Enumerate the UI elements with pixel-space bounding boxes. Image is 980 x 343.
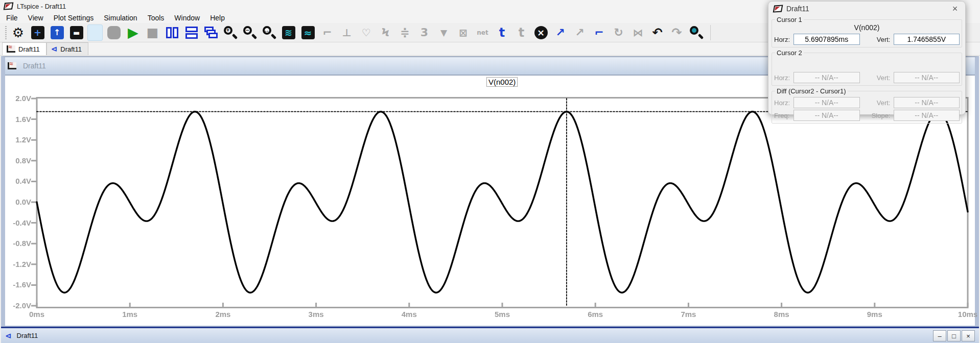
move-icon[interactable]: ↗ (552, 24, 569, 41)
x-axis-tick-label: 9ms (858, 310, 891, 318)
capacitor-icon[interactable]: ≑ (396, 24, 413, 41)
app-title: LTspice - Draft11 (17, 3, 66, 10)
ground-icon[interactable]: ⊥ (338, 24, 355, 41)
waveform-pane-icon[interactable]: ≈ (299, 24, 316, 41)
undo-icon[interactable]: ↶ (649, 24, 666, 41)
menu-item-simulation[interactable]: Simulation (99, 14, 142, 22)
tile-vertical-icon[interactable] (164, 24, 180, 41)
new-schematic-icon[interactable]: + (29, 24, 46, 41)
toolbar-separator (710, 25, 711, 40)
cursor1-vert-label: Vert: (867, 36, 891, 43)
restore-button[interactable]: □ (947, 330, 961, 341)
menu-item-plot-settings[interactable]: Plot Settings (49, 14, 99, 22)
tab-waveform-draft11[interactable]: ≈ Draft11 (2, 42, 46, 55)
cursor-dialog[interactable]: Draft11 × Cursor 1 V(n002) Horz: 5.69078… (768, 1, 966, 115)
ltspice-app: LTspice - Draft11 FileViewPlot SettingsS… (0, 0, 980, 343)
open-file-icon[interactable]: ↑ (49, 24, 65, 41)
tab-label: Draft11 (18, 45, 40, 53)
y-axis-tick-label: 0.8V (6, 156, 31, 165)
menu-item-file[interactable]: File (1, 14, 23, 22)
x-axis-tick-label: 7ms (672, 310, 705, 318)
text-icon[interactable]: t (494, 24, 510, 41)
menu-item-view[interactable]: View (23, 14, 49, 22)
wire-icon[interactable]: ⌐ (319, 24, 336, 41)
ltspice-logo-icon (773, 5, 783, 12)
x-axis-tick-label: 0ms (20, 310, 53, 318)
pause-icon[interactable] (105, 24, 122, 41)
x-axis-tick-label: 3ms (300, 310, 333, 318)
close-button[interactable]: × (962, 330, 975, 341)
y-axis-tick-label: 0.0V (6, 198, 31, 206)
save-icon[interactable]: ▬ (68, 24, 85, 41)
diff-group: Diff (Cursor2 - Cursor1) Horz: -- N/A-- … (772, 87, 962, 124)
tab-schematic-draft11[interactable]: ⊲ Draft11 (46, 42, 88, 55)
toolbar-grip (5, 26, 7, 39)
net-name-icon[interactable]: net (474, 24, 491, 41)
run-icon[interactable]: ▶ (125, 24, 142, 41)
y-axis-tick-label: -0.8V (6, 239, 31, 248)
schematic-window-title-bar[interactable]: ⊲ Draft11 – □ × (1, 327, 979, 343)
window-buttons: – □ × (932, 330, 975, 341)
diff-freq-value: -- N/A-- (794, 110, 860, 121)
cursor2-horz-label: Horz: (774, 74, 794, 82)
cursor1-horz-value[interactable]: 5.6907895ms (794, 34, 860, 45)
mirror-icon[interactable]: ⋈ (629, 24, 646, 41)
menu-item-help[interactable]: Help (205, 14, 230, 22)
diff-label: Diff (Cursor2 - Cursor1) (775, 87, 848, 95)
x-axis-tick-label: 8ms (765, 310, 798, 318)
waveform-plot-icon: ≈ (7, 45, 15, 53)
net-label-icon[interactable]: ♡ (358, 24, 375, 41)
tile-horizontal-icon[interactable] (183, 24, 200, 41)
delete-icon[interactable]: × (532, 24, 549, 41)
minimize-button[interactable]: – (933, 330, 946, 341)
menu-item-window[interactable]: Window (169, 14, 205, 22)
control-panel-icon[interactable]: ⚙ (10, 24, 27, 41)
spice-directive-icon[interactable]: t (513, 24, 530, 41)
y-axis-tick-label: -1.2V (6, 260, 31, 268)
zoom-full-extents-icon[interactable]: ↔ (261, 24, 277, 41)
close-icon[interactable]: × (950, 4, 960, 14)
cursor2-group: Cursor 2 Horz: -- N/A-- Vert: -- N/A-- (772, 49, 962, 86)
inductor-icon[interactable]: 3 (416, 24, 433, 41)
halt-icon[interactable]: ■ (144, 24, 161, 41)
x-axis-tick-label: 2ms (206, 310, 239, 318)
y-axis-tick-label: -1.6V (6, 280, 31, 289)
diff-vert-value: -- N/A-- (894, 97, 960, 108)
cursor-dialog-title-bar[interactable]: Draft11 × (768, 2, 965, 16)
x-axis-tick-label: 1ms (113, 310, 146, 318)
schematic-icon: ⊲ (5, 331, 12, 340)
trace-label[interactable]: V(n002) (486, 77, 518, 87)
y-axis-tick-label: -0.4V (6, 218, 31, 227)
cursor2-vert-label: Vert: (867, 74, 891, 82)
y-axis-tick-label: 2.0V (6, 94, 31, 103)
autorange-y-axis-icon[interactable]: ≋ (280, 24, 297, 41)
waveform-plot-icon: ≈ (8, 62, 16, 69)
tab-label: Draft11 (60, 45, 82, 53)
empty-highlighted-slot (87, 24, 103, 41)
diff-horz-label: Horz: (774, 99, 794, 107)
diff-freq-label: Freq: (774, 112, 794, 119)
x-axis-tick-label: 4ms (393, 310, 426, 318)
zoom-in-icon[interactable]: + (222, 24, 239, 41)
redo-icon[interactable]: ↷ (668, 24, 685, 41)
ltspice-logo-icon (4, 2, 14, 10)
cursor2-label: Cursor 2 (775, 49, 804, 57)
y-axis-tick-label: 0.4V (6, 177, 31, 185)
find-icon[interactable] (688, 24, 705, 41)
diff-slope-value: -- N/A-- (894, 110, 960, 121)
cursor1-vert-value[interactable]: 1.7465855V (894, 34, 960, 45)
diff-vert-label: Vert: (867, 99, 891, 107)
cascade-windows-icon[interactable] (202, 24, 219, 41)
rotate-icon[interactable]: ↻ (610, 24, 627, 41)
menu-item-tools[interactable]: Tools (143, 14, 170, 22)
stretch-wire-icon[interactable]: ⌐ (591, 24, 608, 41)
resistor-icon[interactable]: Ϟ (377, 24, 394, 41)
diff-horz-value: -- N/A-- (794, 97, 860, 108)
drag-icon[interactable]: ↗ (571, 24, 588, 41)
x-axis-tick-label: 5ms (486, 310, 519, 318)
diode-icon[interactable]: ▼ (435, 24, 452, 41)
y-axis-tick-label: 1.2V (6, 135, 31, 144)
component-icon[interactable]: ⊠ (455, 24, 472, 41)
cursor1-group: Cursor 1 V(n002) Horz: 5.6907895ms Vert:… (772, 16, 962, 47)
zoom-out-icon[interactable]: − (241, 24, 258, 41)
